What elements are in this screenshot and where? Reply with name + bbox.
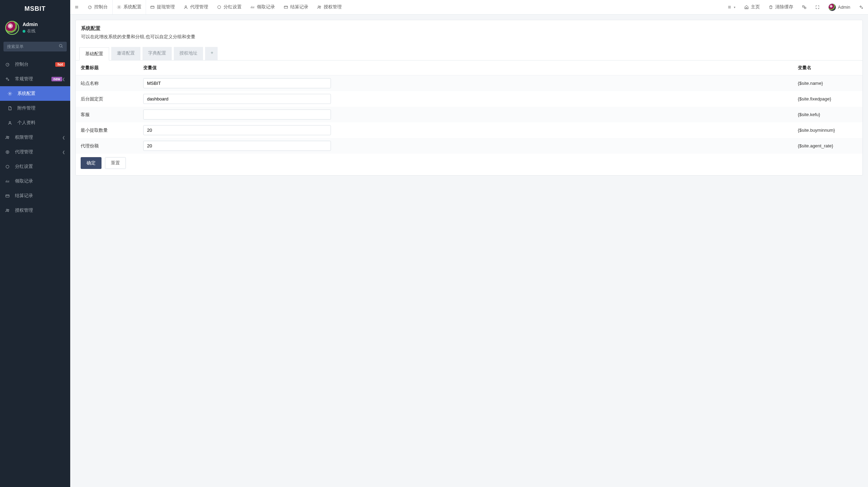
svg-line-3 — [8, 64, 8, 64]
svg-point-6 — [9, 93, 10, 94]
svg-point-29 — [185, 6, 186, 7]
circle-icon — [217, 5, 221, 9]
topbar-action-4[interactable] — [811, 0, 824, 14]
row-input-1[interactable] — [143, 94, 331, 104]
tab-1[interactable]: 邀请配置 — [111, 47, 140, 60]
row-title: 站点名称 — [76, 75, 138, 91]
user-icon — [184, 5, 188, 9]
search-icon[interactable] — [59, 44, 63, 48]
sidebar-item-6[interactable]: 代理管理❮ — [0, 145, 70, 159]
row-varname: {$site.name} — [793, 75, 862, 91]
sidebar-item-label: 系统配置 — [17, 90, 65, 97]
topnav-1[interactable]: 控制台 — [83, 0, 112, 14]
caret-down-icon: ▾ — [734, 6, 736, 9]
sidebar-item-5[interactable]: 权限管理❮ — [0, 130, 70, 145]
plus-icon: + — [211, 50, 213, 55]
svg-rect-35 — [284, 6, 288, 8]
sidebar-item-label: 领取记录 — [15, 178, 65, 184]
tab-2[interactable]: 字典配置 — [143, 47, 172, 60]
svg-point-19 — [6, 209, 8, 210]
svg-point-4 — [6, 78, 7, 79]
topbar-action-2[interactable]: 清除缓存 — [764, 0, 798, 14]
gear-icon — [117, 5, 121, 9]
svg-point-11 — [7, 151, 8, 152]
svg-rect-27 — [151, 6, 154, 8]
gear-icon — [8, 91, 15, 96]
panel-title: 系统配置 — [81, 25, 857, 32]
search-input[interactable] — [3, 42, 67, 51]
sidebar-item-label: 常规管理 — [15, 76, 51, 82]
reset-button[interactable]: 重置 — [105, 157, 126, 169]
topbar-action-6[interactable] — [855, 0, 868, 14]
topnav-3[interactable]: 提现管理 — [146, 0, 179, 14]
row-varname: {$site.kefu} — [793, 107, 862, 122]
col-name: 变量名 — [793, 60, 862, 75]
topbar-action-label: 主页 — [751, 4, 760, 10]
sidebar-item-1[interactable]: 常规管理new❮ — [0, 72, 70, 86]
sidebar-item-4[interactable]: 个人资料 — [0, 115, 70, 130]
bars-icon — [5, 179, 12, 184]
sidebar-item-8[interactable]: 领取记录 — [0, 174, 70, 188]
table-row: 最小提取数量{$site.buyminnum} — [76, 122, 862, 138]
topbar-action-3[interactable] — [798, 0, 811, 14]
topnav-label: 代理管理 — [190, 4, 208, 10]
badge-hot: hot — [55, 62, 65, 67]
sidebar-item-10[interactable]: 授权管理 — [0, 203, 70, 218]
row-input-0[interactable] — [143, 78, 331, 88]
sidebar-item-2[interactable]: 系统配置 — [0, 86, 70, 101]
sidebar-item-7[interactable]: 分红设置 — [0, 159, 70, 174]
trash-icon — [769, 5, 773, 9]
row-title: 后台固定页 — [76, 91, 138, 107]
sidebar-status: 在线 — [23, 28, 38, 34]
topbar-action-0[interactable]: ▾ — [723, 0, 740, 14]
row-input-2[interactable] — [143, 109, 331, 120]
topnav-2[interactable]: 系统配置 — [112, 0, 146, 14]
bars-icon — [250, 5, 255, 9]
card-icon — [5, 194, 12, 198]
row-input-4[interactable] — [143, 141, 331, 151]
tab-0[interactable]: 基础配置 — [79, 47, 109, 60]
sidebar-item-9[interactable]: 结算记录 — [0, 188, 70, 203]
svg-rect-17 — [6, 195, 9, 197]
topnav-4[interactable]: 代理管理 — [179, 0, 213, 14]
svg-point-38 — [320, 6, 321, 7]
list-icon — [727, 5, 732, 9]
submit-button[interactable]: 确定 — [81, 157, 102, 169]
svg-point-12 — [6, 165, 9, 168]
config-tabs: 基础配置邀请配置字典配置授权地址+ — [76, 43, 862, 60]
circle-icon — [5, 164, 12, 169]
topnav-6[interactable]: 领取记录 — [246, 0, 279, 14]
home-icon — [744, 5, 749, 9]
sidebar-item-label: 结算记录 — [15, 193, 65, 199]
menu-toggle[interactable] — [70, 0, 83, 14]
lang-icon — [802, 5, 806, 9]
topnav-7[interactable]: 结算记录 — [279, 0, 313, 14]
chevron-left-icon: ❮ — [62, 150, 65, 154]
row-title: 最小提取数量 — [76, 122, 138, 138]
row-title: 客服 — [76, 107, 138, 122]
topnav-5[interactable]: 分红设置 — [213, 0, 246, 14]
sidebar-item-label: 授权管理 — [15, 207, 65, 213]
sidebar-item-0[interactable]: 控制台hot — [0, 57, 70, 72]
topbar-action-1[interactable]: 主页 — [740, 0, 764, 14]
users-icon — [5, 208, 12, 213]
target-icon — [5, 150, 12, 154]
sidebar-item-3[interactable]: 附件管理 — [0, 101, 70, 115]
tab-3[interactable]: 授权地址 — [174, 47, 203, 60]
badge-new: new — [51, 77, 62, 81]
row-input-3[interactable] — [143, 125, 331, 135]
brand[interactable]: MSBIT — [0, 0, 70, 17]
topbar-action-label: 清除缓存 — [775, 4, 793, 10]
topnav-8[interactable]: 授权管理 — [313, 0, 346, 14]
config-panel: 系统配置 可以在此增改系统的变量和分组,也可以自定义分组和变量 基础配置邀请配置… — [75, 20, 863, 176]
sidebar-item-label: 分红设置 — [15, 163, 65, 170]
svg-point-8 — [6, 136, 8, 137]
topbar-user[interactable]: Admin — [824, 0, 855, 14]
expand-icon — [815, 5, 820, 9]
tab-add[interactable]: + — [205, 47, 218, 60]
row-varname: {$site.buyminnum} — [793, 122, 862, 138]
chevron-left-icon: ❮ — [62, 136, 65, 139]
menu-icon — [74, 5, 79, 9]
avatar[interactable] — [5, 21, 19, 35]
sidebar: MSBIT Admin 在线 控制台hot常规管理new❮系统配置附件管理个人资… — [0, 0, 70, 487]
